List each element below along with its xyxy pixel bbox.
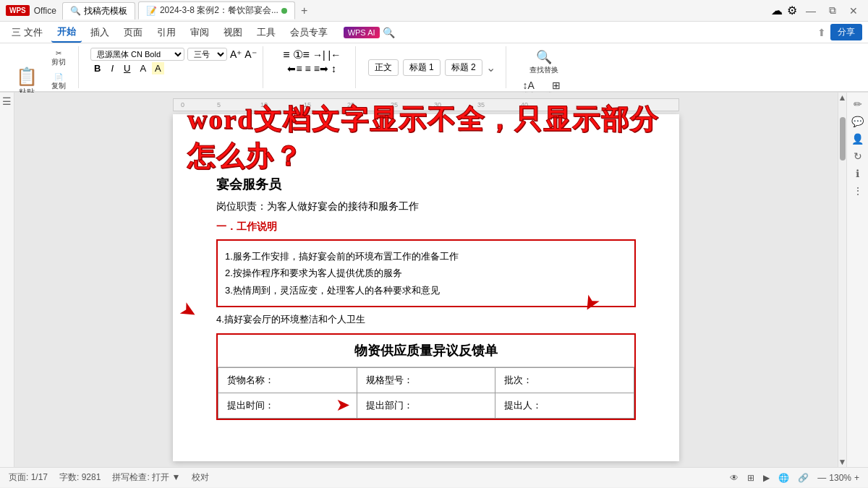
share-button[interactable]: 分享 (830, 24, 862, 40)
ribbon-group-paragraph: ≡ ①≡ →| |← ⬅≡ ≡ ≡➡ ↕ (269, 46, 356, 88)
template-tab-icon: 🔍 (70, 6, 81, 16)
sidebar-nav-icon[interactable]: ☰ (2, 95, 12, 107)
wps-office-label: Office (34, 6, 56, 16)
ribbon-group-find: 🔍 查找替换 ↕A 排序 ⊞ 排列▼ (512, 46, 576, 88)
doc-tab[interactable]: 📝 2024-3-8 案例2：餐饮部宴会... (138, 1, 295, 20)
scroll-up-button[interactable]: ▲ (838, 93, 847, 103)
font-size-select[interactable]: 三号 (187, 48, 227, 61)
scrollbar-thumb[interactable] (840, 117, 846, 160)
right-edit-icon[interactable]: ✏ (854, 98, 862, 110)
feedback-table-wrapper: 物资供应质量异议反馈单 货物名称： 规格型号： 批次： 提出时间： (216, 333, 636, 420)
expand-icon: ⬆ (817, 27, 826, 38)
styles-more-icon[interactable]: ⌄ (486, 61, 495, 74)
ruler-mark-10: 10 (260, 101, 268, 108)
work-items-box: 1.服务工作安排，搞好宴会前的环境布置工作的准备工作 2.按操作程序和要求为客人… (216, 239, 636, 307)
font-name-select[interactable]: 思源黑体 CN Bold (90, 48, 184, 61)
paste-icon: 📋 (16, 67, 38, 87)
style-normal-button[interactable]: 正文 (368, 59, 399, 76)
proofread[interactable]: 校对 (192, 471, 209, 484)
ruler: 0 5 10 15 20 25 30 35 40 (173, 98, 679, 111)
line-spacing-button[interactable]: ↕ (331, 63, 336, 74)
tab-bar: 🔍 找稿壳模板 📝 2024-3-8 案例2：餐饮部宴会... + (62, 1, 765, 20)
font-grow-icon[interactable]: A⁺ (230, 48, 242, 60)
arrange-icon: ⊞ (552, 80, 561, 91)
menu-vip[interactable]: 会员专享 (284, 23, 333, 42)
document-area: ☰ 0 5 10 15 20 25 30 35 40 word文档文字显示不全，… (0, 93, 868, 467)
work-item-2: 2.按操作程序和要求为客人提供优质的服务 (225, 265, 627, 281)
menu-reference[interactable]: 引用 (151, 23, 182, 42)
title-bar-left: WPS Office (6, 5, 56, 16)
font-color-button[interactable]: A (137, 62, 149, 74)
numbered-list-button[interactable]: ①≡ (293, 48, 310, 61)
scroll-down-button[interactable]: ▼ (838, 457, 847, 467)
zoom-minus-button[interactable]: — (817, 473, 826, 483)
bullet-list-button[interactable]: ≡ (283, 48, 289, 61)
grid-icon: ⊞ (747, 473, 754, 483)
right-sidebar: ✏ 💬 👤 ↻ ℹ ⋮ (846, 93, 868, 467)
globe-icon: 🌐 (778, 473, 789, 483)
menu-page[interactable]: 页面 (118, 23, 148, 42)
table-row-1: 货物名称： 规格型号： 批次： (218, 368, 634, 393)
italic-button[interactable]: I (107, 62, 117, 74)
style-heading2-button[interactable]: 标题 2 (445, 59, 482, 76)
align-left-button[interactable]: ⬅≡ (287, 63, 302, 74)
copy-button[interactable]: 📄 复制 (45, 72, 72, 93)
right-comment-icon[interactable]: 💬 (851, 116, 864, 127)
maximize-button[interactable]: ⧉ (825, 3, 841, 18)
template-tab-label: 找稿壳模板 (84, 5, 127, 17)
menu-review[interactable]: 审阅 (184, 23, 215, 42)
wps-ai-section: WPS AI 🔍 (344, 27, 395, 38)
sort-icon: ↕A (523, 80, 535, 91)
align-right-button[interactable]: ≡➡ (314, 63, 328, 74)
bold-button[interactable]: B (90, 62, 104, 74)
minimize-button[interactable]: — (801, 4, 820, 18)
status-bar-right: 👁 ⊞ ▶ 🌐 🔗 — 130% + (730, 473, 859, 483)
right-refresh-icon[interactable]: ↻ (854, 150, 862, 162)
style-heading1-button[interactable]: 标题 1 (403, 59, 441, 76)
menu-tools[interactable]: 工具 (251, 23, 281, 42)
menu-view[interactable]: 视图 (218, 23, 248, 42)
menu-start[interactable]: 开始 (51, 22, 82, 43)
ruler-mark-25: 25 (391, 101, 398, 108)
link-icon: 🔗 (798, 473, 809, 483)
find-replace-button[interactable]: 🔍 查找替换 (527, 48, 561, 77)
right-more-icon[interactable]: ⋮ (853, 185, 863, 197)
add-tab-button[interactable]: + (298, 4, 310, 17)
spell-check[interactable]: 拼写检查: 打开 ▼ (112, 471, 180, 484)
left-sidebar: ☰ (0, 93, 14, 467)
template-tab[interactable]: 🔍 找稿壳模板 (62, 2, 135, 20)
indent-increase-button[interactable]: →| (312, 49, 326, 61)
wps-logo: WPS (6, 5, 30, 16)
underline-button[interactable]: U (120, 62, 134, 74)
ribbon-group-font: 思源黑体 CN Bold 三号 A⁺ A⁻ B I U A A (85, 46, 263, 88)
ribbon: 📋 粘贴 ✂ 剪切 📄 复制 🖌 格式刷 格式组 (0, 43, 868, 93)
work-item-1: 1.服务工作安排，搞好宴会前的环境布置工作的准备工作 (225, 248, 627, 265)
menu-insert[interactable]: 插入 (85, 23, 115, 42)
right-person-icon[interactable]: 👤 (851, 133, 864, 145)
font-shrink-icon[interactable]: A⁻ (244, 48, 256, 60)
feedback-table-title: 物资供应质量异议反馈单 (218, 335, 634, 367)
cut-button[interactable]: ✂ 剪切 (45, 48, 72, 69)
zoom-plus-button[interactable]: + (854, 473, 859, 483)
doc-modified-dot (281, 8, 287, 14)
zoom-level: 130% (829, 473, 851, 483)
document-scroll: 0 5 10 15 20 25 30 35 40 word文档文字显示不全，只显… (14, 93, 838, 467)
table-cell-batch-label: 批次： (495, 368, 634, 393)
highlight-button[interactable]: A (152, 62, 164, 74)
table-row-2: 提出时间： ➤ 提出部门： 提出人： (218, 393, 634, 419)
table-cell-person-label: 提出人： (495, 393, 634, 419)
vertical-scrollbar[interactable]: ▲ ▼ (838, 93, 846, 467)
document-page: 宴会服务员 岗位职责：为客人做好宴会的接待和服务工作 一．工作说明 1.服务工作… (173, 114, 679, 461)
align-center-button[interactable]: ≡ (305, 63, 311, 74)
wps-ai-button[interactable]: WPS AI (344, 27, 380, 38)
indent-decrease-button[interactable]: |← (328, 49, 341, 61)
partial-line: 4.搞好宴会厅的环境整洁和个人卫生 (216, 313, 636, 326)
ribbon-group-styles: 正文 标题 1 标题 2 ⌄ (362, 46, 506, 88)
page-info: 页面: 1/17 (9, 471, 48, 484)
ruler-mark-0: 0 (181, 101, 184, 108)
search-icon[interactable]: 🔍 (383, 27, 395, 38)
page-container: word文档文字显示不全，只显示部分怎么办？ 宴会服务员 岗位职责：为客人做好宴… (173, 114, 679, 461)
menu-file[interactable]: 三 文件 (6, 23, 48, 42)
right-info-icon[interactable]: ℹ (856, 168, 859, 179)
close-button[interactable]: ✕ (845, 4, 862, 18)
